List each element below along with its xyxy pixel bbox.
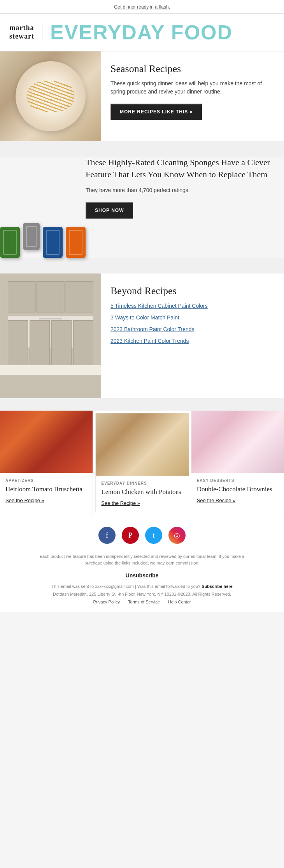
beyond-recipes-section: Beyond Recipes 5 Timeless Kitchen Cabine… bbox=[0, 273, 284, 398]
recipe-card-1-body: APPETIZERS Heirloom Tomato Bruschetta Se… bbox=[0, 473, 93, 515]
beyond-links-list: 5 Timeless Kitchen Cabinet Paint Colors … bbox=[110, 302, 275, 344]
footer-email-info: This email was sent to xxxxxxx@gmail.com… bbox=[8, 584, 276, 589]
lower-door-1 bbox=[8, 320, 28, 367]
terms-of-service-link[interactable]: Terms of Service bbox=[128, 600, 160, 604]
beyond-image bbox=[0, 273, 101, 398]
recipe-card-2-link[interactable]: See the Recipe » bbox=[101, 500, 140, 506]
sponges-title: These Highly-Rated Cleaning Sponges Have… bbox=[86, 157, 284, 181]
pasta-noodles bbox=[27, 81, 74, 112]
pasta-image bbox=[0, 51, 101, 141]
seasonal-image bbox=[0, 51, 101, 141]
seasonal-description: These quick spring dinner ideas will hel… bbox=[110, 79, 275, 96]
sponge-blue bbox=[43, 227, 63, 258]
lower-door-3 bbox=[51, 320, 72, 367]
beyond-link-item-4: 2023 Kitchen Paint Color Trends bbox=[110, 337, 275, 344]
recipe-card-1-link[interactable]: See the Recipe » bbox=[5, 498, 44, 503]
footer-divider-2: | bbox=[163, 600, 166, 604]
header-title: EVERYDAY FOOD bbox=[50, 21, 233, 44]
recipe-card-3-link[interactable]: See the Recipe » bbox=[197, 498, 236, 503]
facebook-icon[interactable]: f bbox=[98, 527, 116, 544]
seasonal-title: Seasonal Recipes bbox=[110, 63, 275, 75]
divider-3 bbox=[0, 398, 284, 411]
help-center-link[interactable]: Help Center bbox=[168, 600, 191, 604]
lower-door-4 bbox=[73, 320, 93, 367]
footer-divider-1: | bbox=[123, 600, 126, 604]
recipe-card-2-title: Lemon Chicken with Potatoes bbox=[101, 488, 183, 496]
beyond-link-2[interactable]: 3 Ways to Color Match Paint bbox=[110, 314, 179, 321]
beyond-content: Beyond Recipes 5 Timeless Kitchen Cabine… bbox=[101, 273, 284, 398]
social-footer: f P t ◎ Each product we feature has been… bbox=[0, 515, 284, 612]
kitchen-lower-cabinets bbox=[8, 320, 93, 367]
subscribe-link[interactable]: Subscribe here bbox=[202, 584, 232, 589]
kitchen-top-cabinets bbox=[8, 281, 93, 312]
recipe-grid: APPETIZERS Heirloom Tomato Bruschetta Se… bbox=[0, 411, 284, 515]
kitchen-visual bbox=[0, 273, 101, 398]
beyond-link-4[interactable]: 2023 Kitchen Paint Color Trends bbox=[110, 338, 189, 344]
beyond-link-item-2: 3 Ways to Color Match Paint bbox=[110, 314, 275, 321]
sponge-gray bbox=[23, 223, 40, 250]
recipe-card-3-image bbox=[191, 411, 284, 473]
divider-1 bbox=[0, 141, 284, 150]
recipe-card-3: EASY DESSERTS Double-Chocolate Brownies … bbox=[191, 411, 284, 515]
logo: martha stewart bbox=[9, 24, 42, 41]
divider-2 bbox=[0, 264, 284, 273]
pasta-plate bbox=[16, 61, 86, 131]
logo-text: martha stewart bbox=[9, 24, 34, 41]
cabinet-door-1 bbox=[8, 281, 35, 312]
sponges-content: These Highly-Rated Cleaning Sponges Have… bbox=[86, 157, 284, 258]
recipe-card-2-category: EVERYDAY DINNERS bbox=[101, 481, 183, 485]
recipe-card-1-category: APPETIZERS bbox=[5, 478, 87, 483]
recipe-card-1-image bbox=[0, 411, 93, 473]
instagram-icon[interactable]: ◎ bbox=[168, 527, 186, 544]
twitter-icon[interactable]: t bbox=[145, 527, 162, 544]
header: martha stewart EVERYDAY FOOD bbox=[0, 14, 284, 51]
footer-links: Privacy Policy | Terms of Service | Help… bbox=[8, 600, 276, 604]
recipe-card-1: APPETIZERS Heirloom Tomato Bruschetta Se… bbox=[0, 411, 93, 515]
footer-disclaimer: Each product we feature has been indepen… bbox=[37, 553, 247, 566]
beyond-link-item-3: 2023 Bathroom Paint Color Trends bbox=[110, 326, 275, 333]
lower-door-2 bbox=[30, 320, 50, 367]
appetizer-image bbox=[0, 411, 93, 473]
beyond-title: Beyond Recipes bbox=[110, 285, 275, 297]
recipe-card-3-title: Double-Chocolate Brownies bbox=[197, 485, 279, 494]
recipe-card-3-category: EASY DESSERTS bbox=[197, 478, 279, 483]
beyond-link-1[interactable]: 5 Timeless Kitchen Cabinet Paint Colors bbox=[110, 303, 208, 309]
privacy-policy-link[interactable]: Privacy Policy bbox=[93, 600, 119, 604]
sponge-orange bbox=[66, 227, 86, 258]
recipe-card-2-body: EVERYDAY DINNERS Lemon Chicken with Pota… bbox=[96, 476, 188, 512]
seasonal-recipes-section: Seasonal Recipes These quick spring dinn… bbox=[0, 51, 284, 141]
social-icons-row: f P t ◎ bbox=[8, 527, 276, 544]
brownies-image bbox=[191, 411, 284, 473]
chicken-image bbox=[96, 413, 188, 476]
sponges-wrapper: These Highly-Rated Cleaning Sponges Have… bbox=[0, 150, 284, 264]
beyond-link-item-1: 5 Timeless Kitchen Cabinet Paint Colors bbox=[110, 302, 275, 309]
top-banner: Get dinner ready in a flash. bbox=[0, 0, 284, 14]
sponges-visual bbox=[0, 157, 86, 258]
sponges-description: They have more than 4,700 perfect rating… bbox=[86, 186, 284, 194]
cabinet-door-2 bbox=[37, 281, 65, 312]
top-banner-link[interactable]: Get dinner ready in a flash. bbox=[114, 4, 170, 10]
cabinet-door-3 bbox=[66, 281, 93, 312]
sponges-image bbox=[0, 157, 86, 258]
recipe-card-3-body: EASY DESSERTS Double-Chocolate Brownies … bbox=[191, 473, 284, 515]
beyond-link-3[interactable]: 2023 Bathroom Paint Color Trends bbox=[110, 326, 195, 332]
unsubscribe-button[interactable]: Unsubscribe bbox=[8, 572, 276, 579]
seasonal-content: Seasonal Recipes These quick spring dinn… bbox=[101, 51, 284, 141]
recipe-card-1-title: Heirloom Tomato Bruschetta bbox=[5, 485, 87, 494]
more-recipes-button[interactable]: MORE RECIPES LIKE THIS » bbox=[110, 104, 202, 120]
shop-now-button[interactable]: SHOP NOW bbox=[86, 202, 133, 219]
sponge-green bbox=[0, 227, 20, 258]
recipe-card-2: EVERYDAY DINNERS Lemon Chicken with Pota… bbox=[95, 413, 189, 512]
footer-address: Dotdash Meredith, 225 Liberty St, 4th Fl… bbox=[8, 592, 276, 596]
kitchen-counter bbox=[0, 365, 101, 375]
recipe-card-2-image bbox=[96, 413, 188, 476]
sponges-section: These Highly-Rated Cleaning Sponges Have… bbox=[0, 157, 284, 258]
pinterest-icon[interactable]: P bbox=[122, 527, 139, 544]
